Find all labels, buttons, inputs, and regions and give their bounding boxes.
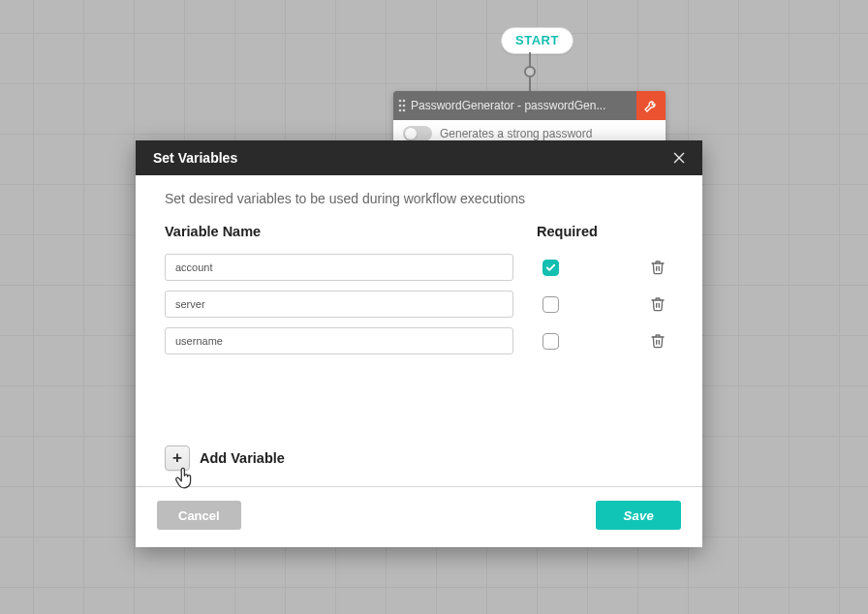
svg-line-7 bbox=[674, 153, 683, 162]
variable-row bbox=[165, 322, 673, 359]
modal-footer: Cancel Save bbox=[136, 486, 702, 547]
modal-content: Set desired variables to be used during … bbox=[136, 175, 702, 486]
trash-icon bbox=[650, 295, 666, 313]
save-button[interactable]: Save bbox=[596, 501, 681, 530]
add-variable-button[interactable]: + bbox=[165, 445, 190, 471]
set-variables-modal: Set Variables Set desired variables to b… bbox=[136, 140, 702, 547]
cancel-button[interactable]: Cancel bbox=[157, 501, 241, 530]
svg-line-6 bbox=[674, 153, 683, 162]
variable-name-input[interactable] bbox=[165, 327, 513, 354]
column-header-required: Required bbox=[519, 224, 626, 239]
workflow-canvas[interactable]: START PasswordGenerator - passwordGen...… bbox=[0, 0, 868, 614]
variable-row bbox=[165, 249, 673, 286]
required-checkbox[interactable] bbox=[542, 260, 559, 276]
close-button[interactable] bbox=[667, 146, 691, 169]
column-header-name: Variable Name bbox=[165, 224, 519, 239]
close-icon bbox=[671, 150, 687, 166]
add-variable-label: Add Variable bbox=[200, 450, 285, 466]
delete-variable-button[interactable] bbox=[650, 259, 667, 276]
variable-row bbox=[165, 286, 673, 322]
plus-icon: + bbox=[172, 448, 182, 468]
modal-title: Set Variables bbox=[153, 150, 667, 166]
delete-variable-button[interactable] bbox=[650, 295, 667, 313]
variable-name-input[interactable] bbox=[165, 254, 513, 281]
required-checkbox[interactable] bbox=[542, 333, 559, 350]
add-variable-row: + Add Variable bbox=[165, 445, 673, 486]
table-header-row: Variable Name Required bbox=[165, 224, 673, 239]
trash-icon bbox=[650, 332, 666, 350]
modal-overlay: Set Variables Set desired variables to b… bbox=[0, 0, 868, 614]
required-checkbox[interactable] bbox=[542, 296, 559, 313]
variables-list bbox=[165, 249, 673, 359]
trash-icon bbox=[650, 259, 666, 276]
variable-name-input[interactable] bbox=[165, 291, 513, 318]
delete-variable-button[interactable] bbox=[650, 332, 667, 350]
modal-description: Set desired variables to be used during … bbox=[165, 191, 673, 206]
modal-header: Set Variables bbox=[136, 140, 702, 175]
